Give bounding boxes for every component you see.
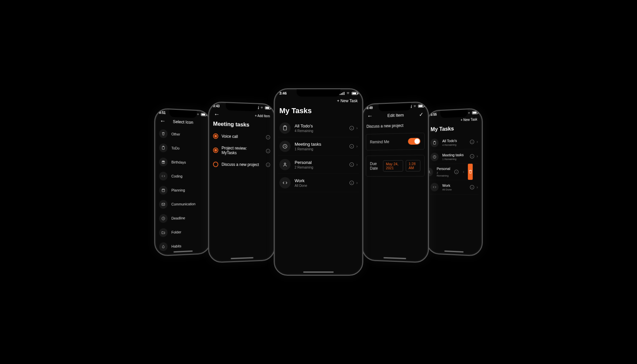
phone-my-tasks: 3:46 + New Task My Tasks All Todo's 4 Re… — [274, 88, 363, 276]
task-row[interactable]: Voice call — [213, 130, 270, 143]
phone-meeting-tasks: 3:43 ← + Add Item Meeting tasks Voice ca… — [208, 101, 275, 263]
chevron-right-icon: › — [477, 185, 478, 189]
page-title: My Tasks — [427, 123, 482, 136]
task-label: Project review: MyTasks — [222, 145, 259, 155]
category-subtitle: All Done — [295, 184, 345, 187]
chevron-right-icon: › — [477, 139, 478, 144]
inbox-icon — [159, 256, 168, 256]
icon-option-row[interactable]: Other — [159, 126, 207, 142]
info-icon[interactable] — [349, 162, 354, 167]
back-button[interactable]: ← — [367, 112, 373, 119]
chevron-right-icon: › — [477, 154, 478, 158]
remind-me-label: Remind Me — [370, 139, 389, 144]
phone-edit-item: 3:49 ← Edit Item ✓ Discuss a new project… — [362, 101, 429, 263]
icon-option-row[interactable]: Coding — [159, 169, 207, 183]
new-task-button[interactable]: + New Task — [460, 117, 477, 122]
notch — [169, 109, 197, 118]
nav-title: Select Icon — [166, 118, 200, 125]
notch — [297, 89, 340, 97]
status-time: 3:43 — [213, 104, 220, 108]
add-item-button[interactable]: + Add Item — [255, 114, 270, 118]
category-row[interactable]: Personal 2 Remaining › — [426, 164, 473, 180]
drop-icon — [159, 242, 168, 251]
status-time: 3:46 — [279, 91, 287, 95]
info-icon[interactable] — [349, 125, 354, 131]
info-icon[interactable] — [469, 139, 475, 145]
info-icon[interactable] — [469, 153, 475, 159]
chevron-right-icon: › — [356, 144, 358, 149]
category-row[interactable]: All Todo's 4 Remaining › — [430, 134, 478, 150]
icon-option-label: Birthdays — [172, 160, 186, 164]
notch — [440, 109, 468, 118]
phone-select-icon: 8:51 ← Select Icon Other ToDo Birthdays — [154, 108, 211, 256]
item-name-field[interactable]: Discuss a new project — [363, 120, 428, 131]
icon-option-row[interactable]: ToDo — [159, 140, 207, 155]
due-date-label: Due Date — [370, 161, 381, 171]
chevron-right-icon: › — [356, 126, 358, 130]
home-indicator — [444, 250, 463, 253]
clock-icon — [279, 141, 291, 152]
category-row[interactable]: Work All Done › — [278, 174, 359, 192]
task-radio[interactable] — [213, 162, 218, 167]
category-row[interactable]: Personal 2 Remaining › — [278, 156, 359, 174]
delete-button[interactable] — [468, 164, 473, 180]
notch — [226, 103, 258, 111]
info-icon[interactable] — [349, 144, 354, 149]
status-time: 8:51 — [159, 110, 166, 114]
due-time-chip[interactable]: 1:28 AM — [406, 160, 420, 172]
due-date-chip[interactable]: May 24, 2021 — [383, 160, 403, 171]
folder-icon — [159, 228, 168, 237]
battery-icon — [472, 111, 478, 114]
category-title: All Todo's — [442, 138, 465, 143]
due-date-row: Due Date May 24, 2021 1:28 AM — [366, 155, 425, 176]
icon-option-label: ToDo — [172, 146, 180, 150]
icon-option-row[interactable]: Communication — [159, 197, 207, 211]
new-task-button[interactable]: + New Task — [337, 99, 358, 103]
info-icon[interactable] — [454, 169, 459, 174]
remind-me-toggle[interactable] — [408, 138, 420, 145]
category-title: Meeting tasks — [442, 152, 465, 157]
category-title: Meeting tasks — [295, 142, 345, 147]
category-row[interactable]: All Todo's 4 Remaining › — [278, 119, 359, 137]
category-row[interactable]: Meeting tasks 1 Remaining › — [278, 137, 359, 156]
icon-option-label: Deadline — [172, 216, 185, 220]
task-row[interactable]: Project review: MyTasks — [213, 142, 270, 159]
back-button[interactable]: ← — [214, 111, 220, 118]
remind-me-row: Remind Me — [366, 132, 425, 150]
info-icon[interactable] — [349, 180, 354, 185]
info-icon[interactable] — [265, 148, 270, 154]
task-radio[interactable] — [213, 133, 218, 139]
icon-option-row[interactable]: Folder — [159, 224, 207, 240]
icon-option-label: Folder — [172, 230, 181, 234]
task-label: Voice call — [222, 134, 238, 139]
info-icon[interactable] — [265, 134, 270, 140]
notch — [379, 103, 411, 111]
icon-option-label: Habits — [172, 244, 181, 248]
info-icon[interactable] — [265, 162, 270, 167]
back-button[interactable]: ← — [160, 117, 166, 125]
clock-icon — [159, 214, 168, 223]
category-title: Personal — [295, 160, 345, 165]
icon-option-row[interactable]: Deadline — [159, 210, 207, 225]
info-icon[interactable] — [469, 184, 475, 190]
person-icon — [279, 159, 291, 170]
gift-icon — [159, 157, 168, 166]
category-subtitle: 4 Remaining — [442, 143, 465, 146]
trash-icon — [159, 129, 168, 138]
battery-icon — [418, 104, 424, 108]
task-radio[interactable] — [213, 147, 218, 153]
category-row[interactable]: Meeting tasks 1 Remaining › — [430, 149, 478, 164]
confirm-button[interactable]: ✓ — [419, 111, 423, 118]
battery-icon — [265, 106, 271, 109]
icon-option-row[interactable]: Planning — [159, 183, 207, 197]
category-subtitle: 2 Remaining — [437, 171, 450, 177]
chevron-right-icon: › — [356, 181, 358, 185]
category-subtitle: 1 Remaining — [442, 157, 465, 160]
task-row[interactable]: Discuss a new project — [213, 158, 270, 170]
signal-icon — [340, 92, 344, 95]
icon-option-label: Other — [172, 132, 180, 136]
home-indicator — [384, 257, 406, 259]
nav-title: Edit Item — [373, 112, 419, 118]
icon-option-row[interactable]: Birthdays — [159, 155, 207, 169]
category-row[interactable]: Work All Done › — [430, 180, 478, 194]
